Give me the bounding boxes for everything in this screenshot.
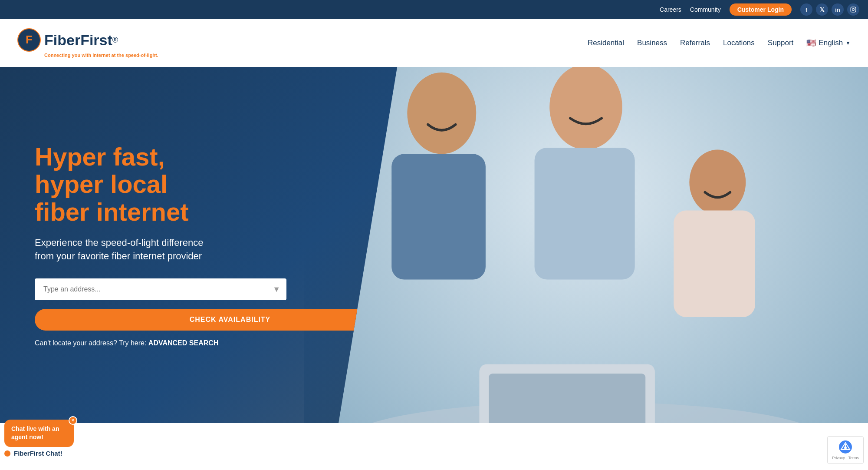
hero-headline-line3: fiber internet [35, 198, 189, 226]
nav-support[interactable]: Support [768, 39, 794, 47]
chat-bubble[interactable]: × Chat live with an agent now! [4, 420, 74, 423]
svg-point-9 [549, 67, 622, 149]
logo-brand-text: FiberFirst® [44, 32, 118, 49]
svg-rect-10 [535, 148, 635, 279]
hero-subtext-line1: Experience the speed-of-light difference [35, 237, 204, 248]
language-label: English [819, 39, 843, 47]
chat-widget: × Chat live with an agent now! FiberFirs… [4, 420, 74, 423]
tagline-highlight: speed-of-light. [125, 53, 158, 58]
logo-tagline: Connecting you with internet at the spee… [44, 53, 158, 58]
address-input[interactable] [35, 278, 286, 300]
language-selector[interactable]: 🇺🇸 English ▼ [806, 38, 851, 48]
nav-locations[interactable]: Locations [723, 39, 755, 47]
svg-rect-0 [851, 7, 856, 12]
hero-image [304, 67, 868, 423]
linkedin-icon[interactable]: in [832, 3, 844, 16]
advanced-search-link[interactable]: ADVANCED SEARCH [148, 339, 219, 347]
flag-icon: 🇺🇸 [806, 38, 816, 48]
svg-text:F: F [26, 33, 33, 46]
customer-login-button[interactable]: Customer Login [730, 3, 792, 16]
facebook-icon[interactable]: f [800, 3, 812, 16]
logo[interactable]: F FiberFirst® [17, 28, 118, 52]
twitter-icon[interactable]: 𝕏 [816, 3, 828, 16]
main-nav: Residential Business Referrals Locations… [588, 38, 851, 48]
hero-headline-line1: Hyper fast, [35, 142, 165, 171]
nav-referrals[interactable]: Referrals [680, 39, 710, 47]
social-links: f 𝕏 in [800, 3, 859, 16]
logo-brand-first: First [80, 32, 112, 48]
nav-residential[interactable]: Residential [588, 39, 624, 47]
instagram-icon[interactable] [847, 3, 859, 16]
cant-locate-text: Can't locate your address? Try here: [35, 339, 146, 347]
logo-brand-fiber: Fiber [44, 32, 80, 48]
svg-rect-14 [489, 374, 645, 423]
logo-icon: F [17, 28, 41, 52]
hero-headline: Hyper fast, hyper local fiber internet [35, 143, 425, 226]
svg-point-2 [855, 8, 855, 8]
header: F FiberFirst® Connecting you with intern… [0, 19, 868, 67]
svg-rect-8 [391, 154, 486, 280]
chat-close-icon[interactable]: × [69, 416, 77, 423]
tagline-main: Connecting you with internet at the [44, 53, 124, 58]
svg-point-11 [689, 149, 746, 215]
svg-point-7 [407, 73, 476, 154]
nav-business[interactable]: Business [637, 39, 667, 47]
careers-link[interactable]: Careers [660, 6, 681, 13]
hero-family-image [304, 67, 868, 423]
community-link[interactable]: Community [690, 6, 721, 13]
chevron-down-icon: ▼ [845, 40, 851, 46]
logo-area: F FiberFirst® Connecting you with intern… [17, 28, 158, 58]
logo-trademark: ® [112, 35, 118, 44]
address-input-wrapper: ▼ [35, 278, 286, 300]
hero-section: Hyper fast, hyper local fiber internet E… [0, 67, 868, 423]
hero-subtext: Experience the speed-of-light difference… [35, 236, 278, 263]
svg-point-1 [852, 9, 855, 11]
hero-subtext-line2: from your favorite fiber internet provid… [35, 251, 202, 261]
svg-rect-12 [674, 211, 755, 318]
hero-headline-line2: hyper local [35, 170, 168, 198]
top-bar: Careers Community Customer Login f 𝕏 in [0, 0, 868, 19]
